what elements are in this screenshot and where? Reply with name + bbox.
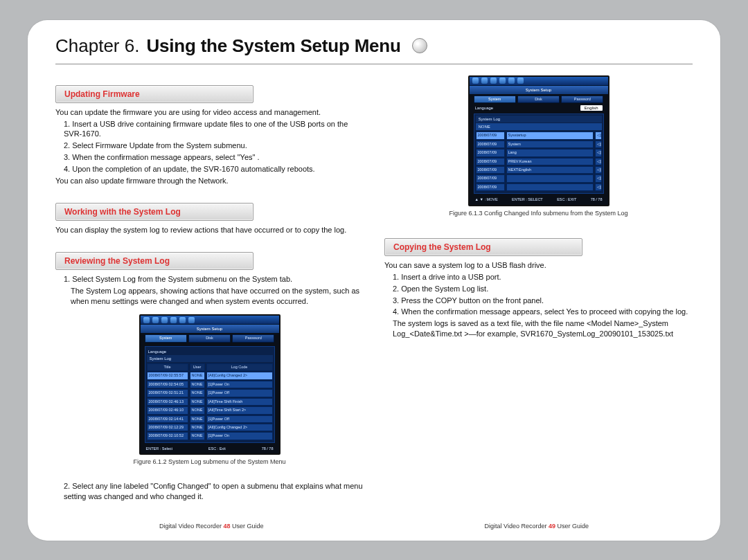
heading-reviewing-syslog: Reviewing the System Log	[55, 252, 253, 270]
mini-tabs: System Disk Password	[141, 333, 279, 343]
columns: Updating Firmware You can update the fir…	[55, 75, 693, 510]
toolbar-icon	[472, 78, 479, 84]
toolbar-icon	[490, 78, 497, 84]
table-row: 2008/07/09Sysstartup◁▷	[476, 132, 602, 139]
list-item: 1. Insert a USB drive containing firmwar…	[55, 119, 364, 140]
footer-text: Digital Video Recorder	[485, 523, 549, 530]
hint-esc: ESC : Exit	[208, 446, 226, 451]
list-item: 3. When the confirmation message appears…	[55, 152, 364, 163]
mini-group-label: System Log	[147, 355, 273, 362]
bullet-icon	[412, 38, 427, 53]
table-row: 2008/07/09◁▷	[476, 183, 602, 191]
left-column: Updating Firmware You can update the fir…	[55, 75, 364, 510]
mini-value: English	[580, 105, 603, 111]
mini-window-title: System Setup	[141, 325, 279, 333]
toolbar-icon	[179, 317, 186, 323]
mini-footer: ENTER : Select ESC : Exit 78 / 78	[141, 445, 279, 451]
col-logcode: Log Code	[206, 363, 273, 371]
table-row: 2008/07/09Lang◁▷	[476, 149, 602, 156]
body-text: You can display the system log to review…	[55, 225, 364, 235]
mini-tab-system: System	[145, 334, 187, 342]
page-indicator: 78 / 78	[591, 197, 603, 202]
figure-caption: Figure 6.1.2 System Log submenu of the S…	[133, 458, 285, 466]
table-row: 2008/07/09PREV:Korean◁▷	[476, 158, 602, 165]
table-row: 2008/07/09 02:10:52NONE[1]Power On	[147, 432, 273, 440]
mini-screenshot: System Setup System Disk Password Langua…	[468, 75, 609, 206]
figure-caption: Figure 6.1.3 Config Changed Info submenu…	[449, 209, 627, 217]
table-row: 2008/07/09 02:54:05NONE[1]Power On	[147, 381, 273, 388]
mini-option: NONE	[476, 123, 602, 130]
right-column: System Setup System Disk Password Langua…	[384, 75, 693, 510]
list-item: 4. Upon the completion of an update, the…	[55, 164, 364, 174]
list-item: 1. Insert a drive into a USB port.	[384, 272, 693, 282]
mini-table-head: Title User Log Code	[147, 363, 273, 371]
page-number: 49	[549, 523, 555, 530]
col-user: User	[190, 363, 205, 371]
heading-working-syslog: Working with the System Log	[55, 203, 253, 221]
footer-text: Digital Video Recorder	[159, 523, 223, 530]
mini-field-label: Language	[147, 348, 273, 355]
mini-tab-password: Password	[561, 96, 603, 103]
mini-row: Language English	[470, 105, 608, 111]
toolbar-icon	[508, 78, 515, 84]
figure-613: System Setup System Disk Password Langua…	[384, 75, 693, 217]
toolbar-icon	[188, 317, 195, 323]
mini-label: Language	[475, 105, 494, 111]
mini-tab-password: Password	[232, 334, 274, 342]
body-text: The System Log appears, showing actions …	[55, 286, 364, 307]
mini-group-label: System Log	[476, 116, 602, 123]
mini-submenu: System Log NONE 2008/07/09Sysstartup◁▷ 2…	[474, 114, 604, 194]
table-row: 2008/07/09 02:14:41NONE[1]Power Off	[147, 415, 273, 423]
table-row: 2008/07/09System◁▷	[476, 141, 602, 148]
mini-tab-disk: Disk	[517, 96, 560, 103]
mini-tab-system: System	[474, 96, 516, 103]
table-row: 2008/07/09 02:55:57NONE[All]Config Chang…	[147, 372, 273, 379]
page-card: Chapter 6. Using the System Setup Menu U…	[28, 20, 720, 541]
mini-tabs: System Disk Password	[470, 94, 608, 105]
chapter-number: Chapter 6.	[55, 35, 139, 57]
list-item: 2. Open the System Log list.	[384, 284, 693, 294]
chapter-header: Chapter 6. Using the System Setup Menu	[55, 35, 427, 57]
page-number: 48	[223, 523, 230, 530]
divider	[55, 64, 693, 64]
table-row: 2008/07/09 02:51:21NONE[1]Power Off	[147, 389, 273, 397]
col-title: Title	[147, 363, 188, 371]
heading-updating-firmware: Updating Firmware	[55, 85, 253, 103]
body-text: You can also update firmware through the…	[55, 176, 364, 186]
toolbar-icon	[499, 78, 506, 84]
hint-move: ▲ ▼ : MOVE	[475, 197, 498, 202]
footer-left: Digital Video Recorder 48 User Guide	[159, 523, 263, 530]
toolbar-icon	[481, 78, 488, 84]
mini-screenshot: System Setup System Disk Password Langua…	[139, 314, 280, 455]
hint-enter: ENTER : Select	[146, 446, 173, 451]
body-text: You can save a system log to a USB flash…	[384, 260, 693, 271]
toolbar-icon	[517, 78, 524, 84]
heading-copying-syslog: Copying the System Log	[384, 238, 582, 256]
list-item: 1. Select System Log from the System sub…	[55, 274, 364, 284]
toolbar-icon	[161, 317, 168, 323]
mini-footer: ▲ ▼ : MOVE ENTER : SELECT ESC : EXIT 78 …	[470, 196, 608, 202]
chapter-title: Using the System Setup Menu	[146, 35, 400, 57]
table-row: 2008/07/09◁▷	[476, 174, 602, 182]
mini-toolbar	[141, 316, 279, 325]
figure-612: System Setup System Disk Password Langua…	[55, 314, 364, 466]
footer-text: User Guide	[555, 523, 589, 530]
footer-right: Digital Video Recorder 49 User Guide	[485, 523, 589, 530]
footer-text: User Guide	[230, 523, 263, 530]
mini-toolbar	[470, 77, 608, 86]
page-indicator: 78 / 78	[262, 446, 274, 451]
list-item: 2. Select Firmware Update from the Syste…	[55, 141, 364, 151]
body-text: You can update the firmware you are usin…	[55, 107, 364, 118]
toolbar-icon	[152, 317, 159, 323]
table-row: 2008/07/09NEXT:English◁▷	[476, 166, 602, 174]
body-text: The system logs is saved as a text file,…	[384, 318, 693, 339]
table-row: 2008/07/09 02:46:10NONE[All]Time Shift S…	[147, 406, 273, 414]
mini-window-title: System Setup	[470, 86, 608, 94]
list-item: 2. Select any line labeled "Config Chang…	[55, 481, 364, 502]
table-row: 2008/07/09 02:12:29NONE[All]Config Chang…	[147, 424, 273, 431]
hint-exit: ESC : EXIT	[557, 197, 576, 202]
table-row: 2008/07/09 02:46:13NONE[All]Time Shift F…	[147, 398, 273, 406]
mini-tab-disk: Disk	[188, 334, 231, 342]
list-item: 4. When the confirmation message appears…	[384, 307, 693, 317]
list-item: 3. Press the COPY button on the front pa…	[384, 296, 693, 306]
